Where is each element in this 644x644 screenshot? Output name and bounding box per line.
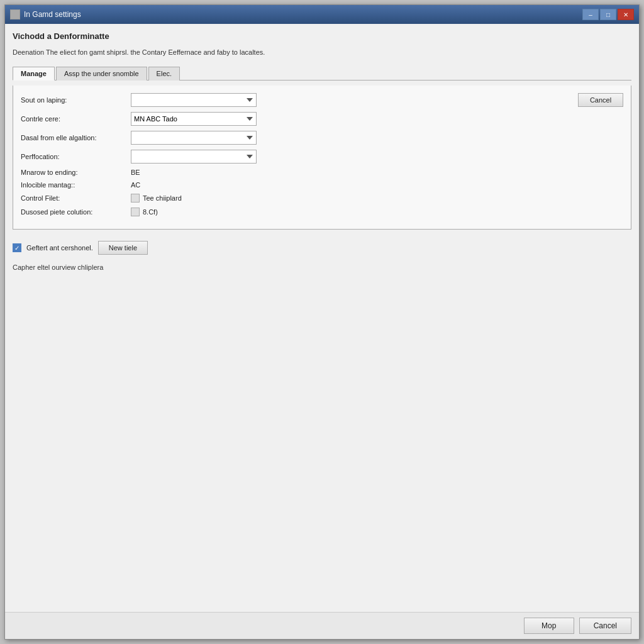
label-dusosed: Dusosed piete colution: (21, 208, 131, 216)
panel-cancel-button[interactable]: Cancel (578, 93, 623, 107)
checkbox-dusosed[interactable] (131, 208, 140, 216)
footer-checkbox-area: ✓ Geftert ant cershonel. New tiele (13, 241, 631, 255)
restore-button[interactable]: □ (600, 9, 616, 20)
title-bar-buttons: – □ ✕ (582, 9, 634, 20)
select-sout[interactable] (131, 93, 257, 107)
checkbox-label-control-filet: Tee chiiplard (143, 194, 182, 202)
label-sout: Sout on laping: (21, 96, 131, 104)
form-row-sout: Sout on laping: (21, 93, 565, 107)
checkbox-group-control-filet: Tee chiiplard (131, 194, 182, 203)
mop-button[interactable]: Mop (524, 618, 574, 634)
checkbox-geftert[interactable]: ✓ (13, 243, 21, 252)
geftert-label: Geftert ant cershonel. (26, 244, 93, 252)
window-content: Vichodd a Denforminatte Deenation The el… (5, 24, 639, 612)
form-row-inlocible: Inlocible mantag:: AC (21, 181, 565, 189)
tab-elec[interactable]: Elec. (148, 67, 180, 80)
title-bar: In Gamd settings – □ ✕ (5, 5, 639, 24)
label-control-filet: Control Filet: (21, 194, 131, 202)
select-dasal[interactable] (131, 131, 257, 145)
description-text: Deenation The eliect fon gamt shiprsl. t… (13, 48, 631, 56)
label-perffocation: Perffocation: (21, 153, 131, 160)
main-window: In Gamd settings – □ ✕ Vichodd a Denform… (4, 4, 640, 640)
label-mnarow: Mnarow to ending: (21, 169, 131, 176)
select-perffocation[interactable] (131, 150, 257, 164)
form-row-dusosed: Dusosed piete colution: 8.Cf) (21, 208, 565, 216)
checkbox-group-dusosed: 8.Cf) (131, 208, 158, 216)
close-button[interactable]: ✕ (618, 9, 634, 20)
form-row-contrle: Contrle cere: MN ABC Tado (21, 112, 565, 126)
form-row-control-filet: Control Filet: Tee chiiplard (21, 194, 565, 203)
label-inlocible: Inlocible mantag:: (21, 181, 131, 189)
value-inlocible: AC (131, 181, 140, 189)
label-contrle: Contrle cere: (21, 115, 131, 123)
window-title: In Gamd settings (24, 10, 81, 19)
form-row-mnarow: Mnarow to ending: BE (21, 169, 565, 176)
value-mnarow: BE (131, 169, 140, 176)
bottom-bar: Mop Cancel (5, 612, 639, 639)
checkbox-label-dusosed: 8.Cf) (143, 208, 158, 216)
settings-icon (10, 9, 20, 19)
form-row-dasal: Dasal from elle algaltion: (21, 131, 565, 145)
tab-manage[interactable]: Manage (13, 67, 55, 80)
section-title: Vichodd a Denforminatte (13, 31, 631, 41)
checkbox-control-filet[interactable] (131, 194, 140, 203)
tab-assp[interactable]: Assp the under snomble (56, 67, 147, 80)
tab-bar: Manage Assp the under snomble Elec. (13, 66, 631, 80)
select-contrle[interactable]: MN ABC Tado (131, 112, 257, 126)
tab-panel: Sout on laping: Contrle cere: MN ABC Tad… (13, 86, 631, 230)
form-area: Sout on laping: Contrle cere: MN ABC Tad… (21, 93, 565, 221)
new-tiele-button[interactable]: New tiele (98, 241, 148, 255)
form-row-perffocation: Perffocation: (21, 150, 565, 164)
panel-cancel-area: Cancel (573, 93, 623, 221)
capher-text: Capher eltel ourview chliplera (13, 264, 631, 271)
minimize-button[interactable]: – (582, 9, 599, 20)
title-bar-left: In Gamd settings (10, 9, 81, 19)
label-dasal: Dasal from elle algaltion: (21, 134, 131, 142)
cancel-button[interactable]: Cancel (579, 618, 631, 634)
